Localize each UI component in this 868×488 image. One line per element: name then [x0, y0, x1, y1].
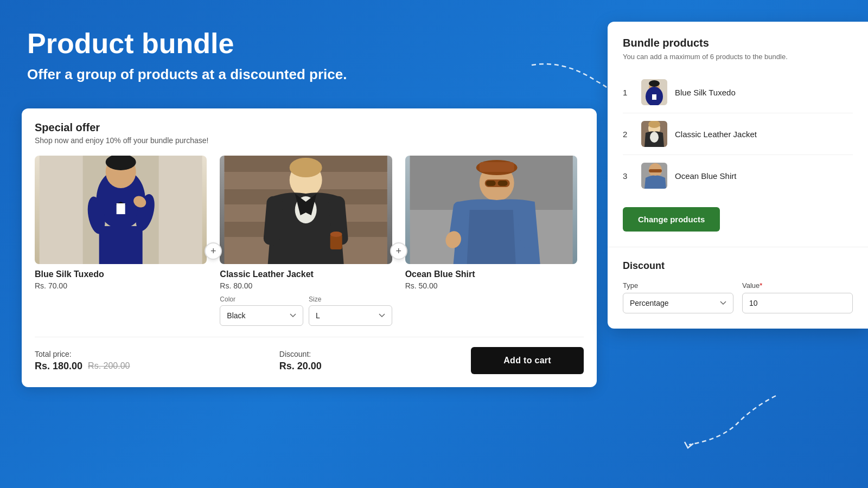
bundle-product-item-1: 1 Blue Silk Tuxedo — [623, 72, 853, 113]
discount-type-group: Type Percentage Fixed amount — [623, 281, 733, 313]
arrow-bottom-right-icon — [673, 385, 781, 455]
product-image-tuxedo — [35, 156, 207, 264]
bundle-panel: Bundle products You can add a maximum of… — [608, 22, 868, 329]
svg-rect-32 — [479, 162, 514, 172]
store-card-header: Special offer Shop now and enjoy 10% off… — [35, 121, 584, 145]
bundle-product-num-3: 3 — [623, 171, 634, 181]
bundle-product-item-2: 2 Classic Leather Jacket — [623, 113, 853, 155]
discount-footer-label: Discount: — [279, 350, 322, 358]
bundle-product-list: 1 Blue Silk Tuxedo 2 — [623, 72, 853, 196]
discount-panel-title: Discount — [623, 260, 853, 272]
svg-point-44 — [650, 132, 659, 143]
svg-rect-10 — [99, 226, 143, 264]
svg-rect-40 — [652, 94, 656, 100]
discount-type-select[interactable]: Percentage Fixed amount — [623, 293, 733, 313]
store-card: Special offer Shop now and enjoy 10% off… — [22, 108, 597, 387]
total-label: Total price: — [35, 350, 130, 358]
svg-rect-30 — [497, 181, 507, 186]
product-item-jacket: + Classic Leather Jacket Rs. 80.00 Color… — [213, 156, 398, 326]
panel-divider — [608, 247, 868, 247]
svg-rect-29 — [486, 181, 495, 186]
bundle-panel-subtitle: You can add a maximum of 6 products to t… — [623, 53, 853, 61]
hero-title: Product bundle — [27, 27, 347, 60]
product-image-shirt — [405, 156, 577, 264]
color-select[interactable]: Black Brown White — [220, 305, 303, 326]
product-price-jacket: Rs. 80.00 — [220, 281, 392, 290]
total-section: Total price: Rs. 180.00 Rs. 200.00 — [35, 350, 130, 372]
variant-row-jacket: Color Black Brown White Size S M L XL — [220, 296, 392, 326]
discount-value-label: Value* — [742, 281, 853, 290]
discount-section-footer: Discount: Rs. 20.00 — [279, 350, 322, 372]
bundle-product-name-1: Blue Silk Tuxedo — [675, 88, 736, 97]
bundle-product-thumb-1 — [641, 79, 667, 105]
product-name-jacket: Classic Leather Jacket — [220, 269, 392, 279]
svg-point-19 — [290, 158, 322, 177]
special-offer-description: Shop now and enjoy 10% off your bundle p… — [35, 136, 584, 145]
bundle-panel-title: Bundle products — [623, 37, 853, 49]
discount-type-label: Type — [623, 281, 733, 290]
size-label: Size — [309, 296, 392, 303]
discount-value-group: Value* — [742, 281, 853, 313]
total-old-price: Rs. 200.00 — [88, 361, 130, 371]
special-offer-heading: Special offer — [35, 121, 584, 134]
product-name-shirt: Ocean Blue Shirt — [405, 269, 577, 279]
bundle-product-thumb-2 — [641, 121, 667, 147]
discount-section-panel: Discount Type Percentage Fixed amount Va… — [623, 260, 853, 329]
plus-icon-2: + — [390, 242, 407, 260]
bundle-product-name-2: Classic Leather Jacket — [675, 130, 757, 139]
product-price-tuxedo: Rs. 70.00 — [35, 281, 207, 290]
hero-subtitle: Offer a group of products at a discounte… — [27, 66, 347, 83]
svg-point-38 — [649, 80, 660, 87]
size-variant-group: Size S M L XL — [309, 296, 392, 326]
change-products-button[interactable]: Change products — [623, 207, 720, 232]
bundle-product-thumb-3 — [641, 163, 667, 189]
discount-footer-amount: Rs. 20.00 — [279, 361, 322, 372]
product-name-tuxedo: Blue Silk Tuxedo — [35, 269, 207, 279]
total-new-price: Rs. 180.00 — [35, 361, 82, 372]
products-row: + Blue Silk Tuxedo Rs. 70.00 — [35, 156, 584, 326]
color-variant-group: Color Black Brown White — [220, 296, 303, 326]
bundle-product-name-3: Ocean Blue Shirt — [675, 171, 736, 181]
bundle-product-item-3: 3 Ocean Blue Shirt — [623, 155, 853, 196]
product-item-tuxedo: + Blue Silk Tuxedo Rs. 70.00 — [35, 156, 213, 296]
bundle-product-num-2: 2 — [623, 130, 634, 139]
bundle-product-num-1: 1 — [623, 88, 634, 97]
discount-fields: Type Percentage Fixed amount Value* — [623, 281, 853, 313]
cart-footer: Total price: Rs. 180.00 Rs. 200.00 Disco… — [35, 337, 584, 374]
svg-point-24 — [330, 232, 342, 237]
total-prices: Rs. 180.00 Rs. 200.00 — [35, 361, 130, 372]
size-select[interactable]: S M L XL — [309, 305, 392, 326]
discount-value-input[interactable] — [742, 293, 853, 313]
add-to-cart-button[interactable]: Add to cart — [471, 347, 584, 374]
product-price-shirt: Rs. 50.00 — [405, 281, 577, 290]
color-label: Color — [220, 296, 303, 303]
product-image-jacket — [220, 156, 392, 264]
hero-section: Product bundle Offer a group of products… — [27, 27, 347, 83]
svg-rect-6 — [117, 203, 125, 214]
svg-rect-47 — [649, 169, 662, 172]
product-item-shirt: Ocean Blue Shirt Rs. 50.00 — [399, 156, 584, 296]
